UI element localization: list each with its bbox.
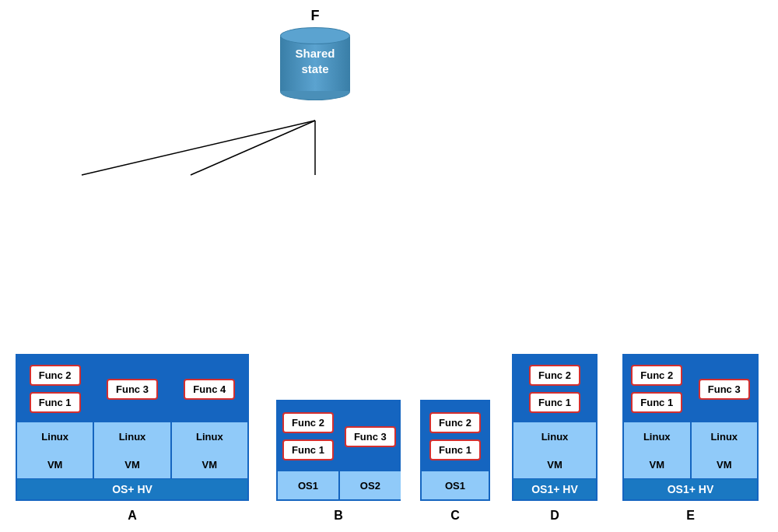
os-row: Linux — [513, 422, 596, 450]
group-b-col2: Func 3 OS2 — [340, 401, 401, 499]
group-a-label: A — [16, 509, 249, 523]
func-box: Func 1 — [30, 392, 81, 413]
group-a: Func 2 Func 1 Linux VM Func 3 Linux — [16, 354, 249, 501]
svg-line-1 — [191, 121, 315, 175]
os-row: Linux — [94, 422, 170, 450]
group-a-col3-funcs: Func 4 — [172, 355, 247, 422]
func-box: Func 3 — [107, 379, 158, 400]
cylinder-label-top: F — [311, 8, 320, 24]
group-d-label: D — [512, 509, 598, 523]
group-a-col2: Func 3 Linux VM — [94, 355, 171, 478]
vm-row: VM — [692, 450, 758, 478]
group-d: Func 2 Func 1 Linux VM OS1+ HV D — [512, 354, 598, 501]
os-row: Linux — [624, 422, 690, 450]
group-b-col1: Func 2 Func 1 OS1 — [278, 401, 340, 499]
group-e-label: E — [622, 509, 759, 523]
group-e-bottom-label: OS1+ HV — [624, 478, 757, 499]
group-e-col1: Func 2 Func 1 Linux VM — [624, 355, 692, 478]
group-c-col1-funcs: Func 2 Func 1 — [422, 401, 489, 471]
func-box: Func 4 — [184, 379, 235, 400]
cylinder: Sharedstate — [280, 27, 350, 100]
func-box: Func 3 — [699, 379, 750, 400]
func-box: Func 2 — [529, 365, 580, 386]
os-row: OS1 — [422, 471, 489, 499]
group-c: Func 2 Func 1 OS1 C — [420, 400, 490, 501]
func-box: Func 2 — [30, 365, 81, 386]
group-d-col1-funcs: Func 2 Func 1 — [513, 355, 596, 422]
cylinder-top — [280, 27, 350, 44]
group-d-bottom-label: OS1+ HV — [513, 478, 596, 499]
cylinder-body: Sharedstate — [280, 37, 350, 91]
group-a-col3: Func 4 Linux VM — [172, 355, 247, 478]
group-c-label: C — [420, 509, 490, 523]
func-box: Func 1 — [631, 392, 682, 413]
group-e-col2-funcs: Func 3 — [692, 355, 758, 422]
os-row: Linux — [172, 422, 247, 450]
vm-row: VM — [513, 450, 596, 478]
group-a-col2-funcs: Func 3 — [94, 355, 170, 422]
group-a-bottom-label: OS+ HV — [17, 478, 247, 499]
os-row: OS1 — [278, 471, 338, 499]
group-a-col1-funcs: Func 2 Func 1 — [17, 355, 93, 422]
vm-row: VM — [624, 450, 690, 478]
func-box: Func 2 — [631, 365, 682, 386]
svg-line-0 — [82, 121, 315, 175]
group-c-col1: Func 2 Func 1 OS1 — [422, 401, 489, 499]
func-box: Func 3 — [345, 426, 396, 447]
vm-row: VM — [172, 450, 247, 478]
database-cylinder: F Sharedstate — [280, 8, 350, 100]
os-row: Linux — [692, 422, 758, 450]
group-e: Func 2 Func 1 Linux VM Func 3 Linux VM O… — [622, 354, 759, 501]
func-box: Func 1 — [429, 439, 481, 460]
cylinder-text: Sharedstate — [296, 46, 335, 76]
group-d-col1: Func 2 Func 1 Linux VM — [513, 355, 596, 478]
vm-row: VM — [17, 450, 93, 478]
group-b: Func 2 Func 1 OS1 Func 3 OS2 B — [276, 400, 401, 501]
os-row: Linux — [17, 422, 93, 450]
group-a-col1: Func 2 Func 1 Linux VM — [17, 355, 94, 478]
func-box: Func 2 — [282, 412, 334, 433]
group-b-label: B — [276, 509, 401, 523]
group-e-col2: Func 3 Linux VM — [692, 355, 758, 478]
func-box: Func 1 — [529, 392, 580, 413]
vm-row: VM — [94, 450, 170, 478]
group-e-col1-funcs: Func 2 Func 1 — [624, 355, 690, 422]
func-box: Func 2 — [429, 412, 481, 433]
os-row: OS2 — [340, 471, 401, 499]
main-container: F Sharedstate Func 2 Func 1 — [0, 0, 778, 532]
group-b-col1-funcs: Func 2 Func 1 — [278, 401, 338, 471]
func-box: Func 1 — [282, 439, 334, 460]
group-b-col2-funcs: Func 3 — [340, 401, 401, 471]
